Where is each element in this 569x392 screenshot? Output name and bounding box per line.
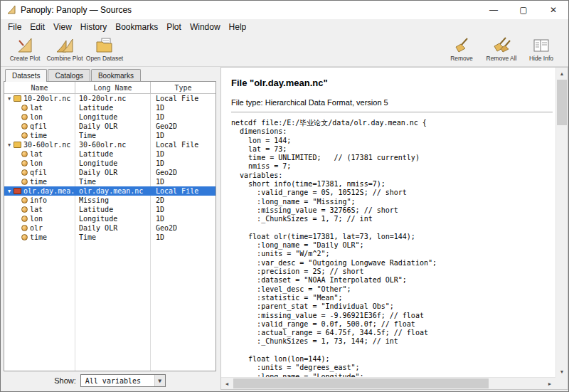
tree-type-label: Local File [151, 95, 216, 102]
toolbar-right-group: Remove Remove All Hide Info [442, 36, 561, 62]
expander-icon[interactable]: ▼ [5, 189, 14, 194]
tree-longname-label: Time [75, 132, 151, 139]
tree-name-label: lon [30, 215, 43, 223]
tree-type-label: 1D [151, 215, 216, 223]
window-title: Panoply: Panoply — Sources [21, 5, 479, 15]
hide-info-label: Hide Info [529, 55, 553, 62]
tree-row[interactable]: lonLongitude1D [4, 112, 216, 122]
column-header-long-name[interactable]: Long Name [75, 82, 151, 93]
tree-row[interactable]: latLatitude1D [4, 149, 216, 159]
tree-longname-label: 10-20olr.nc [75, 95, 151, 102]
vertical-scrollbar[interactable]: ▲ ▼ [555, 68, 568, 377]
tree-longname-label: Longitude [75, 215, 151, 223]
title-bar: Panoply: Panoply — Sources — ▢ ✕ [1, 1, 568, 19]
horizontal-scrollbar[interactable]: ◄ ► [221, 377, 555, 389]
tree-row[interactable]: olrDaily OLRGeo2D [4, 223, 216, 233]
tree-type-label: 1D [151, 159, 216, 167]
tree-type-label: 1D [151, 104, 216, 112]
menu-bookmarks[interactable]: Bookmarks [111, 21, 162, 33]
combine-plot-button[interactable]: Combine Plot [45, 36, 85, 62]
remove-icon [452, 36, 471, 55]
tree-type-label: Local File [151, 187, 216, 195]
filter-selected-value: All variables [81, 377, 154, 385]
dataset-tree: Name Long Name Type ▼10-20olr.nc10-20olr… [4, 81, 216, 371]
tree-longname-label: 30-60olr.nc [75, 141, 151, 149]
menu-edit[interactable]: Edit [26, 21, 49, 33]
tree-row[interactable]: lonLongitude1D [4, 214, 216, 223]
menu-view[interactable]: View [49, 21, 76, 33]
menu-window[interactable]: Window [186, 21, 225, 33]
tree-name-label: 30-60olr.nc [23, 141, 70, 149]
panoply-window: Panoply: Panoply — Sources — ▢ ✕ File Ed… [0, 0, 569, 392]
tree-type-label: Geo2D [151, 122, 216, 130]
tree-type-label: 1D [151, 113, 216, 121]
tree-name-label: time [30, 233, 47, 241]
tree-name-label: time [30, 132, 47, 139]
tree-row[interactable]: ▼10-20olr.nc10-20olr.ncLocal File [4, 94, 216, 103]
scrollbar-corner [555, 377, 568, 389]
vertical-scroll-thumb[interactable] [557, 80, 567, 125]
tree-row[interactable]: timeTime1D [4, 131, 216, 140]
variable-icon [21, 169, 28, 176]
close-button[interactable]: ✕ [538, 1, 568, 19]
open-dataset-button[interactable]: Open Dataset [85, 36, 124, 62]
hide-info-button[interactable]: Hide Info [521, 36, 561, 62]
variable-icon [21, 197, 28, 203]
create-plot-icon [16, 36, 34, 55]
menu-help[interactable]: Help [225, 21, 251, 33]
tab-datasets[interactable]: Datasets [5, 69, 47, 82]
info-file-type: File type: Hierarchical Data Format, ver… [231, 98, 553, 112]
tree-longname-label: Latitude [75, 150, 151, 158]
dataset-icon [14, 188, 21, 194]
tree-row[interactable]: infoMissing2D [4, 196, 216, 205]
menu-file[interactable]: File [4, 21, 26, 33]
open-dataset-label: Open Dataset [86, 55, 123, 62]
variable-icon [21, 179, 28, 185]
tree-row[interactable]: qfilDaily OLRGeo2D [4, 168, 216, 177]
horizontal-scroll-track[interactable] [233, 378, 544, 389]
tree-name-label: olr [30, 224, 43, 232]
hide-info-icon [532, 36, 551, 55]
scroll-up-arrow[interactable]: ▲ [556, 68, 568, 79]
tree-row[interactable]: latLatitude1D [4, 205, 216, 214]
expander-icon[interactable]: ▼ [5, 96, 14, 102]
menu-bar: File Edit View History Bookmarks Plot Wi… [1, 19, 568, 34]
horizontal-scroll-thumb[interactable] [233, 378, 489, 388]
expander-icon[interactable]: ▼ [5, 142, 14, 148]
tree-type-label: 2D [151, 196, 216, 204]
tree-row[interactable]: timeTime1D [4, 177, 216, 186]
tree-name-label: qfil [30, 122, 47, 130]
tree-row[interactable]: lonLongitude1D [4, 159, 216, 168]
maximize-button[interactable]: ▢ [509, 1, 538, 19]
tree-name-label: lat [30, 104, 43, 112]
scroll-right-arrow[interactable]: ► [544, 378, 555, 389]
menu-plot[interactable]: Plot [162, 21, 186, 33]
tree-name-label: info [30, 196, 47, 204]
combine-plot-label: Combine Plot [46, 55, 83, 62]
create-plot-button[interactable]: Create Plot [5, 36, 45, 62]
minimize-button[interactable]: — [479, 1, 509, 19]
column-header-name[interactable]: Name [4, 82, 75, 93]
tab-catalogs[interactable]: Catalogs [48, 69, 90, 82]
scroll-down-arrow[interactable]: ▼ [556, 366, 568, 377]
vertical-scroll-track[interactable] [556, 79, 568, 366]
tab-bookmarks[interactable]: Bookmarks [91, 69, 141, 82]
tree-type-label: 1D [151, 132, 216, 139]
combine-plot-icon [55, 36, 74, 55]
remove-button[interactable]: Remove [442, 36, 482, 62]
tree-row[interactable]: latLatitude1D [4, 103, 216, 112]
toolbar: Create Plot Combine Plot Open Dataset [1, 34, 568, 67]
column-header-type[interactable]: Type [151, 82, 216, 93]
remove-all-button[interactable]: Remove All [482, 36, 521, 62]
tree-longname-label: Longitude [75, 113, 151, 121]
variable-icon [21, 216, 28, 222]
remove-label: Remove [450, 55, 473, 62]
menu-history[interactable]: History [76, 21, 111, 33]
scroll-left-arrow[interactable]: ◄ [221, 378, 233, 389]
tree-row[interactable]: timeTime1D [4, 233, 216, 242]
tree-row[interactable]: qfilDaily OLRGeo2D [4, 122, 216, 131]
tree-row[interactable]: ▼olr.day.mea...olr.day.mean.ncLocal File [4, 186, 216, 196]
variables-filter-select[interactable]: All variables ▼ [80, 374, 166, 387]
tree-row[interactable]: ▼30-60olr.nc30-60olr.ncLocal File [4, 140, 216, 149]
tree-longname-label: Time [75, 233, 151, 241]
